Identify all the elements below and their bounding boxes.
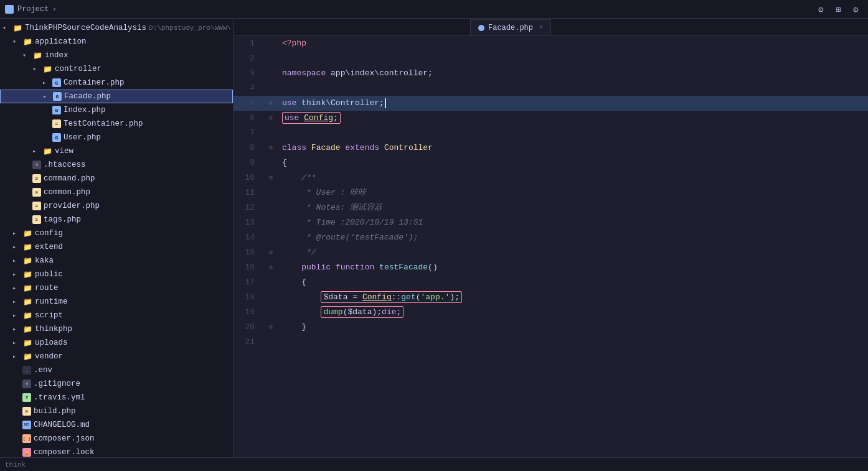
- line-content-9: {: [277, 156, 868, 170]
- title-bar-left: Project ▾: [5, 5, 56, 14]
- sidebar-item-root[interactable]: ▾ 📁 ThinkPHPSourceCodeAnalysis D:\phpstu…: [0, 21, 233, 35]
- sidebar-item-public[interactable]: ▸ 📁 public: [0, 268, 233, 281]
- php-icon-command: ≡: [32, 174, 41, 183]
- sidebar-item-route[interactable]: ▸ 📁 route: [0, 281, 233, 295]
- line-number-14: 14: [234, 230, 265, 245]
- sidebar-item-commandphp[interactable]: ▸ ≡ command.php: [0, 172, 233, 185]
- sidebar-item-index[interactable]: ▾ 📁 index: [0, 49, 233, 62]
- sidebar-item-testcontainer[interactable]: ▸ ≡ TestContainer.php: [0, 117, 233, 131]
- tree-arrow-script: ▸: [12, 312, 22, 319]
- line-content-16: public function testFacade(): [277, 260, 868, 275]
- code-editor[interactable]: 1 <?php 2 3 namespace app\index\controll…: [234, 36, 868, 457]
- fold-arrow-15[interactable]: ◇: [269, 245, 273, 260]
- sidebar-item-facade[interactable]: ▸ G Facade.php: [0, 90, 233, 103]
- sidebar[interactable]: ▾ 📁 ThinkPHPSourceCodeAnalysis D:\phpstu…: [0, 19, 234, 457]
- sidebar-item-application[interactable]: ▾ 📁 application: [0, 35, 233, 49]
- sidebar-item-controller[interactable]: ▾ 📁 controller: [0, 62, 233, 76]
- fold-arrow-5[interactable]: ◇: [269, 96, 273, 111]
- fold-arrow-20[interactable]: ◇: [269, 320, 273, 335]
- line-number-21: 21: [234, 335, 265, 350]
- folder-icon-route: 📁: [22, 283, 32, 293]
- tab-label-facade: Facade.php: [488, 24, 533, 32]
- script-label: script: [35, 311, 63, 320]
- container-label: Container.php: [64, 78, 125, 87]
- tree-arrow-controller: ▾: [32, 65, 42, 73]
- sidebar-item-providerphp[interactable]: ▸ ≡ provider.php: [0, 199, 233, 213]
- route-label: route: [35, 284, 59, 292]
- sidebar-item-thinkphp[interactable]: ▸ 📁 thinkphp: [0, 322, 233, 336]
- layout-icon[interactable]: ⊞: [836, 4, 846, 14]
- fold-arrow-10[interactable]: ◇: [269, 170, 273, 185]
- sidebar-item-composerjson[interactable]: ▸ { } composer.json: [0, 432, 233, 445]
- sidebar-item-config[interactable]: ▸ 📁 config: [0, 226, 233, 240]
- sidebar-item-composerlock[interactable]: ▸ 🔒 composer.lock: [0, 445, 233, 457]
- code-line-14: 14 * @route('testFacade');: [234, 230, 868, 245]
- sidebar-item-kaka[interactable]: ▸ 📁 kaka: [0, 254, 233, 268]
- kaka-label: kaka: [35, 256, 54, 265]
- sidebar-item-script[interactable]: ▸ 📁 script: [0, 309, 233, 322]
- folder-icon-config: 📁: [22, 228, 32, 238]
- line-number-9: 9: [234, 156, 265, 170]
- code-line-5: 5 ◇ use think\Controller;: [234, 96, 868, 111]
- line-content-3: namespace app\index\controller;: [277, 66, 868, 81]
- tree-arrow-root: ▾: [2, 24, 12, 32]
- tree-arrow-vendor: ▸: [12, 353, 22, 360]
- sidebar-item-vendor[interactable]: ▸ 📁 vendor: [0, 350, 233, 363]
- fold-arrow-8[interactable]: ◇: [269, 141, 273, 156]
- line-content-12: * Notes: 测试容器: [277, 200, 868, 215]
- sidebar-item-container[interactable]: ▸ G Container.php: [0, 76, 233, 90]
- status-text: think: [5, 461, 26, 469]
- sidebar-item-gitignore[interactable]: ▸ ≡ .gitignore: [0, 377, 233, 391]
- buildphp-label: build.php: [34, 407, 76, 416]
- sidebar-item-commonphp[interactable]: ▸ ≡ common.php: [0, 185, 233, 199]
- sidebar-item-view[interactable]: ▸ 📁 view: [0, 144, 233, 158]
- application-label: application: [35, 37, 87, 46]
- composerlock-label: composer.lock: [34, 448, 95, 457]
- main-layout: ▾ 📁 ThinkPHPSourceCodeAnalysis D:\phpstu…: [0, 19, 868, 457]
- tree-arrow-thinkphp: ▸: [12, 325, 22, 333]
- tree-arrow-uploads: ▸: [12, 339, 22, 347]
- md-icon-changelog: MD: [22, 421, 31, 429]
- tab-facade[interactable]: Facade.php ×: [470, 19, 551, 35]
- code-line-20: 20 ◇ }: [234, 320, 868, 335]
- php-icon-tags: ≡: [32, 215, 41, 224]
- line-content-18: $data = Config::get('app.');: [277, 290, 868, 305]
- sidebar-item-travis[interactable]: ▸ Y .travis.yml: [0, 391, 233, 404]
- user-label: User.php: [64, 133, 101, 142]
- settings-icon[interactable]: ⚙: [818, 4, 828, 14]
- extend-label: extend: [35, 243, 63, 251]
- line-content-15: */: [277, 245, 868, 260]
- line-number-4: 4: [234, 81, 265, 96]
- line-number-8: 8: [234, 141, 265, 156]
- sidebar-item-buildphp[interactable]: ▸ ≡ build.php: [0, 404, 233, 418]
- sidebar-item-user[interactable]: ▸ G User.php: [0, 131, 233, 144]
- php-icon-facade: G: [53, 92, 62, 101]
- tree-arrow-index: ▾: [22, 52, 32, 59]
- composerjson-label: composer.json: [34, 434, 95, 443]
- tab-close-facade[interactable]: ×: [539, 24, 543, 31]
- code-line-12: 12 * Notes: 测试容器: [234, 200, 868, 215]
- fold-arrow-16[interactable]: ◇: [269, 260, 273, 275]
- tree-arrow-extend: ▸: [12, 243, 22, 251]
- code-line-1: 1 <?php: [234, 36, 868, 51]
- controller-label: controller: [55, 65, 101, 73]
- sidebar-item-extend[interactable]: ▸ 📁 extend: [0, 240, 233, 254]
- sidebar-item-htaccess[interactable]: ▸ ≡ .htaccess: [0, 158, 233, 172]
- folder-icon-view: 📁: [42, 146, 52, 156]
- sidebar-item-indexphp[interactable]: ▸ G Index.php: [0, 103, 233, 117]
- line-number-19: 19: [234, 305, 265, 320]
- code-line-15: 15 ◇ */: [234, 245, 868, 260]
- folder-icon-kaka: 📁: [22, 256, 32, 266]
- gear-icon[interactable]: ⚙: [853, 4, 863, 14]
- sidebar-item-env[interactable]: ▸ . .env: [0, 363, 233, 377]
- sidebar-item-tagsphp[interactable]: ▸ ≡ tags.php: [0, 213, 233, 226]
- title-bar-right: ⚙ ⊞ ⚙: [818, 4, 863, 14]
- code-line-11: 11 * User : 咔咔: [234, 185, 868, 200]
- code-line-7: 7: [234, 126, 868, 141]
- line-number-16: 16: [234, 260, 265, 275]
- sidebar-item-runtime[interactable]: ▸ 📁 runtime: [0, 295, 233, 309]
- fold-arrow-6[interactable]: ◇: [269, 111, 273, 126]
- sidebar-item-uploads[interactable]: ▸ 📁 uploads: [0, 336, 233, 350]
- code-line-8: 8 ◇ class Facade extends Controller: [234, 141, 868, 156]
- sidebar-item-changelog[interactable]: ▸ MD CHANGELOG.md: [0, 418, 233, 432]
